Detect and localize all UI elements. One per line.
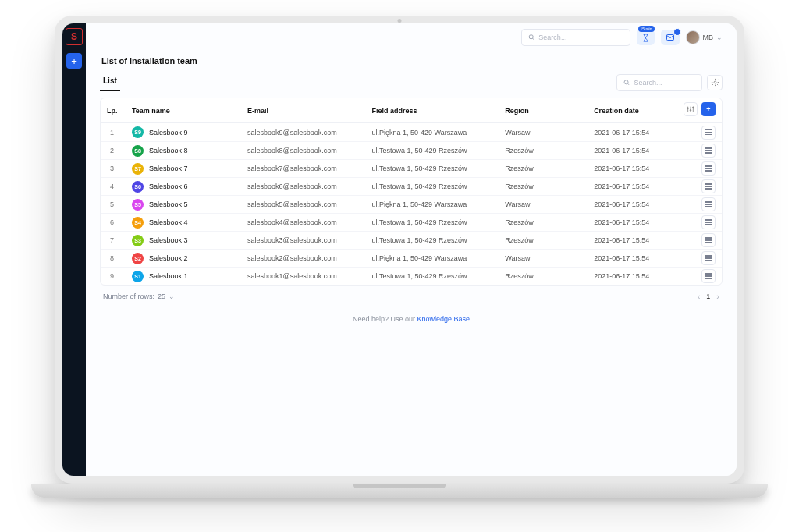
cell-date: 2021-06-17 15:54	[594, 183, 683, 190]
cell-team: S2Salesbook 2	[132, 253, 247, 264]
rows-label: Number of rows:	[103, 293, 154, 300]
cell-region: Rzeszów	[505, 236, 594, 244]
cell-lp: 6	[107, 218, 132, 226]
team-name: Salesbook 2	[149, 254, 188, 262]
table-row[interactable]: 7S3Salesbook 3salesbook3@salesbook.comul…	[101, 231, 722, 249]
cell-region: Warsaw	[505, 129, 594, 137]
cell-region: Warsaw	[505, 254, 594, 262]
cell-team: S4Salesbook 4	[132, 217, 247, 229]
timer-button[interactable]	[637, 30, 655, 45]
cell-date: 2021-06-17 15:54	[594, 272, 683, 280]
mail-button[interactable]	[661, 30, 680, 45]
table-row[interactable]: 9S1Salesbook 1salesbook1@salesbook.comul…	[101, 267, 722, 285]
team-name: Salesbook 5	[149, 200, 188, 208]
row-menu-button[interactable]	[701, 215, 716, 229]
cell-address: ul.Testowa 1, 50-429 Rzeszów	[371, 147, 505, 154]
row-menu-button[interactable]	[701, 269, 716, 283]
knowledge-base-link[interactable]: Knowledge Base	[417, 315, 471, 323]
cell-team: S1Salesbook 1	[132, 271, 247, 282]
col-email: E-mail	[247, 107, 371, 115]
cell-email: salesbook8@salesbook.com	[247, 147, 371, 154]
row-menu-button[interactable]	[701, 144, 716, 158]
topbar: MB ⌄	[86, 23, 737, 51]
col-region: Region	[505, 107, 594, 115]
hourglass-icon	[641, 34, 650, 42]
table-row[interactable]: 4S6Salesbook 6salesbook6@salesbook.comul…	[101, 177, 722, 195]
team-name: Salesbook 9	[149, 129, 188, 137]
cell-lp: 9	[107, 272, 132, 280]
table-search[interactable]	[616, 74, 702, 91]
table-search-input[interactable]	[634, 79, 695, 87]
search-icon	[623, 79, 630, 87]
chevron-down-icon: ⌄	[716, 34, 723, 41]
data-table: Lp. Team name E-mail Field address Regio…	[100, 98, 723, 286]
svg-point-11	[693, 107, 694, 108]
rows-count[interactable]: 25	[158, 293, 165, 300]
row-menu-button[interactable]	[701, 197, 716, 211]
row-menu-button[interactable]	[701, 233, 716, 247]
page-title: List of installation team	[101, 56, 723, 66]
sidebar-add-button[interactable]: +	[66, 53, 82, 69]
table-row[interactable]: 5S5Salesbook 5salesbook5@salesbook.comul…	[101, 195, 722, 213]
col-address: Field address	[371, 107, 505, 115]
row-menu-button[interactable]	[701, 161, 716, 176]
cell-lp: 7	[107, 236, 132, 244]
row-menu-button[interactable]	[701, 179, 716, 193]
cell-lp: 8	[107, 254, 132, 262]
sliders-icon	[687, 105, 694, 113]
cell-date: 2021-06-17 15:54	[594, 165, 683, 172]
cell-lp: 5	[107, 200, 132, 208]
cell-email: salesbook2@salesbook.com	[247, 254, 371, 262]
cell-team: S3Salesbook 3	[132, 235, 247, 246]
svg-point-10	[690, 109, 691, 111]
team-name: Salesbook 8	[149, 147, 188, 154]
table-row[interactable]: 1S9Salesbook 9salesbook9@salesbook.comul…	[101, 123, 722, 141]
settings-button[interactable]	[707, 75, 723, 90]
add-row-button[interactable]: +	[701, 102, 716, 116]
cell-email: salesbook7@salesbook.com	[247, 165, 371, 172]
avatar	[686, 30, 700, 44]
cell-email: salesbook5@salesbook.com	[247, 200, 371, 208]
row-menu-button[interactable]	[701, 251, 716, 265]
main-content: MB ⌄ List of installation team List	[86, 23, 737, 476]
team-name: Salesbook 6	[149, 183, 188, 190]
cell-address: ul.Testowa 1, 50-429 Rzeszów	[371, 218, 505, 226]
table-row[interactable]: 6S4Salesbook 4salesbook4@salesbook.comul…	[101, 213, 722, 231]
team-avatar: S1	[132, 271, 144, 282]
table-row[interactable]: 3S7Salesbook 7salesbook7@salesbook.comul…	[101, 159, 722, 177]
table-row[interactable]: 8S2Salesbook 2salesbook2@salesbook.comul…	[101, 249, 722, 267]
cell-lp: 2	[107, 147, 132, 154]
svg-point-0	[529, 35, 533, 39]
team-name: Salesbook 7	[149, 165, 188, 172]
cell-email: salesbook4@salesbook.com	[247, 218, 371, 226]
prev-page-button[interactable]: ‹	[698, 292, 701, 301]
svg-line-4	[627, 83, 629, 85]
tab-list[interactable]: List	[100, 73, 120, 91]
user-menu[interactable]: MB ⌄	[686, 30, 723, 44]
chevron-down-icon[interactable]: ⌄	[169, 293, 175, 300]
svg-line-1	[532, 38, 534, 40]
team-avatar: S6	[132, 181, 144, 193]
gear-icon	[711, 78, 719, 87]
cell-address: ul.Testowa 1, 50-429 Rzeszów	[371, 183, 505, 190]
team-avatar: S3	[132, 235, 144, 246]
team-avatar: S5	[132, 199, 144, 211]
row-menu-button[interactable]	[701, 126, 716, 140]
team-avatar: S4	[132, 217, 144, 229]
table-header: Lp. Team name E-mail Field address Regio…	[101, 98, 722, 123]
global-search-input[interactable]	[538, 34, 623, 41]
help-text: Need help? Use our Knowledge Base	[100, 315, 723, 323]
table-row[interactable]: 2S8Salesbook 8salesbook8@salesbook.comul…	[101, 141, 722, 159]
columns-button[interactable]	[684, 102, 698, 116]
cell-team: S8Salesbook 8	[132, 145, 247, 157]
cell-address: ul.Piękna 1, 50-429 Warszawa	[371, 129, 505, 137]
cell-date: 2021-06-17 15:54	[594, 218, 683, 226]
cell-email: salesbook1@salesbook.com	[247, 272, 371, 280]
user-initials: MB	[703, 34, 714, 41]
team-avatar: S8	[132, 145, 144, 157]
global-search[interactable]	[521, 29, 630, 46]
next-page-button[interactable]: ›	[716, 292, 719, 301]
cell-email: salesbook6@salesbook.com	[247, 183, 371, 190]
cell-date: 2021-06-17 15:54	[594, 129, 683, 137]
team-name: Salesbook 4	[149, 218, 188, 226]
